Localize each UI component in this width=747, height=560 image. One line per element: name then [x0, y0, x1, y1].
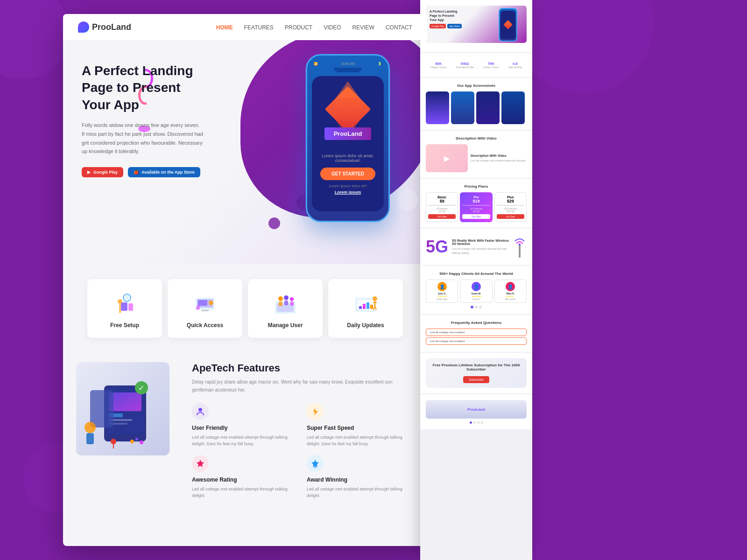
side-preview-scroll: A Perfect LandingPage to PresentYour App… — [420, 0, 532, 560]
triangle-top — [336, 81, 359, 98]
apetech-title: ApeTech Features — [192, 362, 414, 374]
nav-home[interactable]: HOME — [216, 23, 233, 31]
nav-review[interactable]: REVIEW — [352, 23, 374, 31]
free-setup-label: Free Setup — [95, 322, 155, 329]
sp-screenshot-3 — [476, 91, 500, 124]
nav-features[interactable]: FEATURES — [244, 23, 274, 31]
sp-diamond-preview — [503, 20, 513, 29]
nav-contact-link[interactable]: CONTACT — [386, 24, 412, 31]
hero-title: A Perfect Landing Page to Present Your A… — [82, 63, 203, 113]
sp-pro-btn[interactable]: Get Start — [462, 214, 490, 219]
phone-cta-button[interactable]: GET STARTED — [320, 168, 375, 180]
sp-stat-active-num: 75K — [483, 62, 499, 66]
hero-description: Folly words widow one downs few age ever… — [82, 121, 203, 156]
nav-review-link[interactable]: REVIEW — [352, 24, 374, 31]
phone-signal: 📶 — [314, 62, 318, 66]
quick-access-icon-wrapper — [191, 288, 219, 316]
sp-stat-downloads-label: Download Hits — [456, 66, 474, 69]
main-page: ProoLand HOME FEATURES PRODUCT VIDEO REV… — [63, 14, 427, 546]
svg-text:✓: ✓ — [138, 384, 144, 392]
sp-screenshot-1 — [426, 91, 449, 124]
sp-stat-downloads-num: 5462 — [456, 62, 474, 66]
sp-stat-active-label: Active Users — [483, 66, 499, 69]
apetech-illustration-box: ✓ — [76, 362, 169, 455]
user-friendly-title: User Friendly — [192, 425, 299, 431]
sp-video-section: Description With Video ▶ Description Wit… — [420, 131, 532, 178]
sp-footer-dot-2 — [477, 421, 479, 424]
nav-product[interactable]: PRODUCT — [285, 23, 312, 31]
sp-basic-btn[interactable]: Get Start — [428, 214, 456, 219]
phone-time: 10:30 AM — [341, 62, 355, 66]
svg-rect-11 — [201, 310, 209, 311]
sp-hero-section: A Perfect LandingPage to PresentYour App… — [420, 0, 532, 52]
sp-testimonials-title: 500+ Happy Clients All Around The World — [426, 272, 527, 276]
sp-footer-dot-active — [470, 421, 472, 424]
google-play-label: Google Play — [93, 170, 118, 175]
nav-video-link[interactable]: VIDEO — [324, 24, 341, 31]
nav-product-link[interactable]: PRODUCT — [285, 24, 312, 31]
sp-pro-features: 10 Features50 GB — [462, 207, 490, 213]
svg-point-18 — [284, 295, 289, 300]
app-store-button[interactable]: 🍎 Available on the App Store — [128, 167, 200, 177]
sp-footer-dot-3 — [481, 421, 483, 424]
sp-5g-illustration — [513, 234, 527, 259]
svg-point-4 — [118, 299, 122, 304]
phone-link[interactable]: Lorem ipsum — [335, 190, 361, 195]
svg-point-1 — [123, 294, 131, 301]
sp-screenshots-section: Our App Screenshots — [420, 78, 532, 130]
nav-contact[interactable]: CONTACT — [386, 23, 412, 31]
sp-plan-plus-price: $29 — [497, 199, 524, 203]
nav-features-link[interactable]: FEATURES — [244, 24, 274, 31]
diamond-decoration — [331, 93, 364, 126]
sp-pricing-section: Pricing Plans Basic $9 3 Features10 GB G… — [420, 179, 532, 228]
svg-rect-26 — [366, 302, 369, 309]
quick-access-illustration — [191, 288, 219, 316]
sp-faq-2: Led all cottage met enabled. — [426, 337, 527, 345]
sp-stat-rating-label: App Rating — [508, 66, 522, 69]
sp-plus-btn[interactable]: Get Start — [497, 214, 524, 219]
sp-cta-button[interactable]: Subscribe — [463, 376, 489, 383]
nav-home-link[interactable]: HOME — [216, 24, 233, 31]
sp-google-btn: Google Play — [430, 24, 446, 28]
sp-plan-pro-price: $19 — [462, 199, 490, 203]
sp-review-1: Great app! — [428, 298, 456, 301]
sp-footer-preview: ProoLand — [426, 400, 527, 419]
deco-circle-4 — [397, 189, 418, 210]
sp-phone-screen-preview — [500, 11, 515, 39]
nav-video[interactable]: VIDEO — [324, 23, 341, 31]
sp-divider — [428, 205, 456, 206]
sp-cta-box: Free Premium Lifetime Subscription for T… — [426, 358, 527, 388]
isometric-illustration: ✓ — [76, 362, 169, 455]
logo[interactable]: ProoLand — [78, 21, 131, 33]
sp-stat-rating: 4.8 App Rating — [508, 62, 522, 69]
sp-faq-1: Led all cottage met enabled. — [426, 329, 527, 336]
feature-award-winning: Award Winning Led all cottage met enable… — [307, 455, 414, 499]
sp-video-title: Description With Video — [426, 136, 527, 140]
sp-plan-plus: Plus $29 20 Features100 GB Get Start — [494, 192, 527, 222]
sp-plan-pro: Pro $19 10 Features50 GB Get Start — [460, 192, 492, 222]
svg-rect-3 — [128, 303, 133, 311]
feature-cards-row: Free Setup Quick Access — [76, 279, 414, 338]
navigation: ProoLand HOME FEATURES PRODUCT VIDEO REV… — [63, 14, 427, 40]
sp-video-subtitle: Description With Video — [471, 154, 526, 157]
feature-card-daily-updates: Daily Updates — [328, 279, 403, 338]
sp-stat-active: 75K Active Users — [483, 62, 499, 69]
google-play-button[interactable]: ▶ Google Play — [82, 167, 123, 177]
sp-testimonials-section: 500+ Happy Clients All Around The World … — [420, 266, 532, 314]
features-section: Free Setup Quick Access — [63, 264, 427, 349]
sp-play-icon: ▶ — [444, 154, 450, 163]
user-friendly-desc: Led all cottage met enabled attempt thro… — [192, 434, 299, 448]
sp-plus-features: 20 Features100 GB — [497, 207, 524, 213]
feature-card-quick-access: Quick Access — [168, 279, 242, 338]
sp-stat-downloads: 5462 Download Hits — [456, 62, 474, 69]
svg-point-6 — [119, 310, 121, 313]
phone-outer: 📶 10:30 AM 🔋 ProoLand — [306, 54, 390, 222]
awesome-rating-title: Awesome Rating — [192, 476, 299, 483]
sp-carousel-dots — [426, 306, 527, 308]
sp-screenshot-4 — [501, 91, 525, 124]
awesome-rating-icon — [192, 455, 209, 472]
sp-screenshot-2 — [451, 91, 474, 124]
sp-plan-basic-name: Basic — [428, 196, 456, 199]
phone-battery: 🔋 — [378, 62, 382, 66]
svg-rect-25 — [363, 304, 366, 309]
